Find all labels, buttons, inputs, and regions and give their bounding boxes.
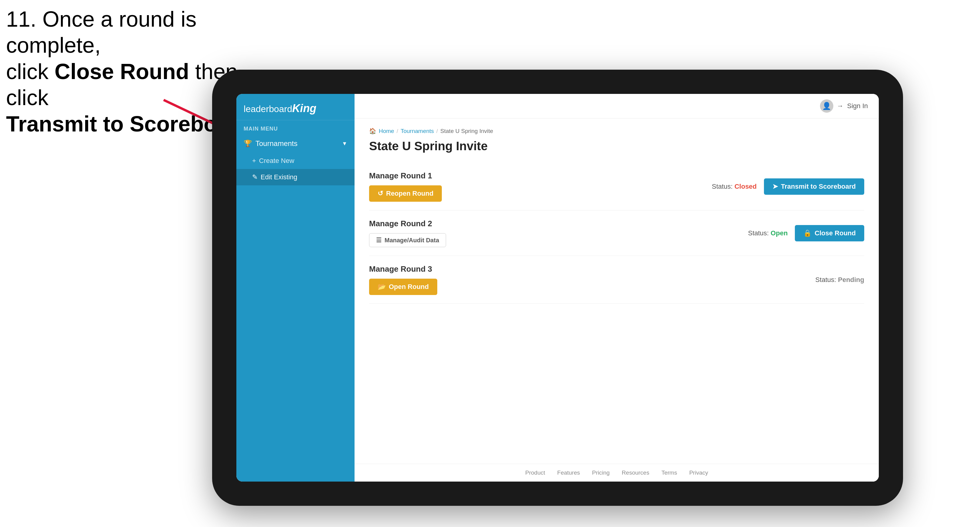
round-1-left: Manage Round 1 ↺ Reopen Round (369, 171, 442, 202)
edit-icon: ✎ (252, 173, 258, 181)
avatar: 👤 (820, 99, 833, 113)
app-layout: leaderboardKing MAIN MENU 🏆 Tournaments … (236, 94, 879, 482)
sidebar: leaderboardKing MAIN MENU 🏆 Tournaments … (236, 94, 355, 482)
plus-icon: + (252, 157, 256, 165)
round-2-right: Status: Open 🔒 Close Round (748, 225, 864, 241)
round-1-right: Status: Closed ➤ Transmit to Scoreboard (712, 178, 864, 195)
trophy-icon: 🏆 (243, 140, 252, 148)
round-1-section: Manage Round 1 ↺ Reopen Round Status: Cl… (369, 163, 864, 211)
top-nav: 👤 → Sign In (355, 94, 879, 118)
manage-audit-label: Manage/Audit Data (385, 237, 439, 244)
round-2-section: Manage Round 2 ☰ Manage/Audit Data Statu… (369, 211, 864, 256)
reopen-round-button[interactable]: ↺ Reopen Round (369, 185, 442, 202)
lock-icon: 🔒 (803, 229, 811, 237)
transmit-scoreboard-label: Transmit to Scoreboard (781, 183, 856, 190)
breadcrumb-sep1: / (397, 128, 398, 135)
sign-in-text: Sign In (847, 102, 868, 110)
breadcrumb-home-icon: 🏠 (369, 127, 376, 135)
round-3-left: Manage Round 3 📂 Open Round (369, 264, 437, 295)
main-content: 👤 → Sign In 🏠 Home / Tournaments / (355, 94, 879, 482)
main-menu-label: MAIN MENU (236, 120, 355, 135)
round-3-status: Status: Pending (815, 276, 864, 284)
round-2-title: Manage Round 2 (369, 219, 446, 229)
open-icon: 📂 (377, 283, 386, 291)
round-3-right: Status: Pending (815, 276, 864, 284)
footer-product[interactable]: Product (525, 470, 545, 476)
sidebar-create-new[interactable]: + Create New (236, 152, 355, 169)
round-2-status-value: Open (771, 229, 788, 237)
reopen-round-label: Reopen Round (386, 190, 433, 197)
edit-existing-label: Edit Existing (261, 173, 297, 181)
breadcrumb: 🏠 Home / Tournaments / State U Spring In… (369, 127, 864, 135)
create-new-label: Create New (259, 157, 294, 165)
close-round-button[interactable]: 🔒 Close Round (795, 225, 864, 241)
breadcrumb-tournaments[interactable]: Tournaments (401, 128, 434, 135)
page-title: State U Spring Invite (369, 139, 864, 153)
user-icon: 👤 (822, 102, 831, 110)
footer-features[interactable]: Features (557, 470, 580, 476)
chevron-down-icon: ▼ (342, 141, 347, 147)
transmit-icon: ➤ (772, 183, 778, 190)
sign-in-area[interactable]: 👤 → Sign In (820, 99, 868, 113)
breadcrumb-sep2: / (436, 128, 438, 135)
logo-king: King (292, 102, 317, 114)
open-round-button[interactable]: 📂 Open Round (369, 279, 437, 295)
manage-icon: ☰ (376, 237, 382, 244)
reopen-icon: ↺ (377, 190, 383, 197)
footer-privacy[interactable]: Privacy (689, 470, 708, 476)
sign-in-label: → (837, 102, 844, 110)
round-2-left: Manage Round 2 ☰ Manage/Audit Data (369, 219, 446, 247)
manage-audit-button[interactable]: ☰ Manage/Audit Data (369, 233, 446, 247)
round-3-section: Manage Round 3 📂 Open Round Status: Pend… (369, 256, 864, 304)
round-1-status: Status: Closed (712, 183, 757, 190)
breadcrumb-current: State U Spring Invite (440, 128, 493, 135)
logo-leaderboard: leaderboard (243, 104, 292, 114)
open-round-label: Open Round (389, 283, 429, 291)
round-1-status-value: Closed (735, 183, 757, 190)
round-1-title: Manage Round 1 (369, 171, 442, 181)
close-round-label: Close Round (815, 229, 856, 237)
sidebar-item-tournaments[interactable]: 🏆 Tournaments ▼ (236, 135, 355, 152)
footer-resources[interactable]: Resources (622, 470, 649, 476)
logo-area: leaderboardKing (236, 94, 355, 120)
round-3-title: Manage Round 3 (369, 264, 437, 274)
content-area: 🏠 Home / Tournaments / State U Spring In… (355, 118, 879, 464)
sidebar-edit-existing[interactable]: ✎ Edit Existing (236, 169, 355, 185)
breadcrumb-home[interactable]: Home (379, 128, 394, 135)
tablet-shell: leaderboardKing MAIN MENU 🏆 Tournaments … (212, 70, 903, 506)
app-footer: Product Features Pricing Resources Terms… (355, 464, 879, 482)
transmit-scoreboard-button[interactable]: ➤ Transmit to Scoreboard (764, 178, 864, 195)
footer-terms[interactable]: Terms (662, 470, 677, 476)
round-3-status-value: Pending (838, 276, 864, 284)
tablet-screen: leaderboardKing MAIN MENU 🏆 Tournaments … (236, 94, 879, 482)
round-2-status: Status: Open (748, 229, 788, 237)
footer-pricing[interactable]: Pricing (592, 470, 610, 476)
sidebar-tournaments-label: Tournaments (255, 139, 298, 148)
